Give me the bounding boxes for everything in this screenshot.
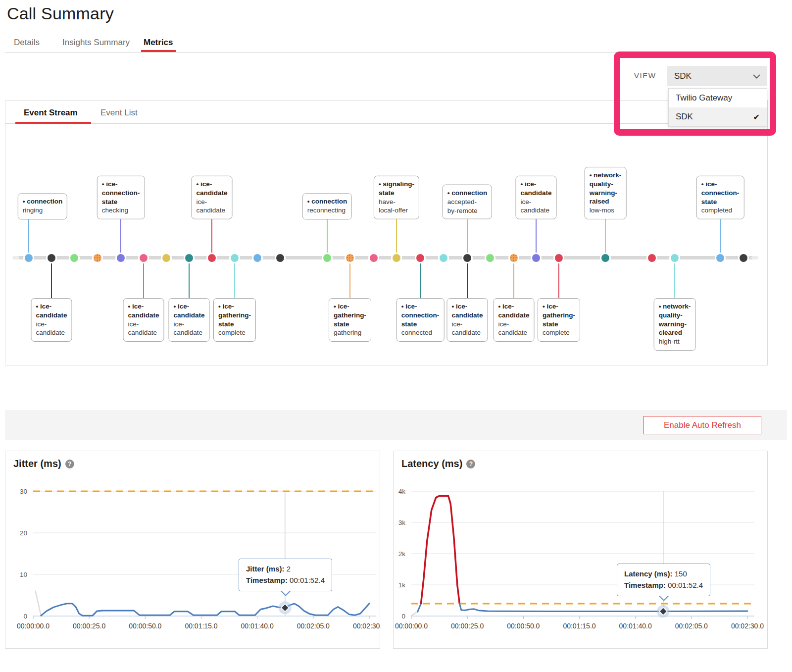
timeline-dot[interactable]	[161, 253, 172, 263]
timeline-dot[interactable]	[322, 253, 333, 263]
event-label: • network-quality-warning-clearedhigh-rt…	[654, 298, 696, 351]
timeline-dot[interactable]	[438, 253, 449, 263]
jitter-tooltip: Jitter (ms): 2 Timestamp: 00:01:52.4	[239, 559, 332, 591]
connector-line	[536, 219, 537, 255]
event-stream-panel: Event Stream Event List • connectionring…	[5, 100, 768, 365]
event-label: • ice-connection-stateconnected	[396, 298, 445, 342]
connector-line	[51, 263, 52, 298]
tab-event-stream[interactable]: Event Stream	[24, 108, 78, 118]
connector-line	[120, 219, 121, 255]
timeline-dot[interactable]	[715, 253, 726, 263]
timeline-dot[interactable]	[92, 253, 103, 263]
timeline-dot[interactable]	[485, 253, 495, 263]
connector-line	[605, 219, 606, 255]
call-summary-page: Call Summary Details Insights Summary Me…	[0, 0, 792, 672]
timeline-dot[interactable]	[553, 253, 564, 263]
tab-metrics[interactable]: Metrics	[144, 38, 173, 48]
jitter-chart-title: Jitter (ms) ?	[13, 458, 74, 469]
event-label: • ice-candidateice-candidate	[168, 298, 209, 342]
svg-text:0: 0	[401, 613, 405, 620]
timeline-dot[interactable]	[46, 253, 57, 263]
connector-line	[420, 263, 421, 298]
connector-line	[28, 219, 29, 255]
timeline-dot[interactable]	[69, 253, 80, 263]
svg-text:20: 20	[20, 529, 27, 537]
timeline-dot[interactable]	[531, 253, 542, 263]
svg-text:00:01:40.0: 00:01:40.0	[619, 622, 652, 630]
timeline-dot[interactable]	[508, 253, 519, 263]
tab-insights-summary[interactable]: Insights Summary	[62, 38, 130, 48]
chevron-down-icon	[753, 72, 760, 81]
svg-text:00:01:40.0: 00:01:40.0	[241, 622, 274, 630]
view-label: VIEW	[634, 71, 656, 80]
event-label: • ice-gathering-statecomplete	[213, 298, 256, 342]
event-label: • ice-candidateice-candidate	[446, 298, 488, 342]
view-dropdown-menu: Twilio Gateway SDK ✔	[668, 88, 767, 127]
svg-text:00:00:50.0: 00:00:50.0	[507, 622, 540, 630]
timeline-dot[interactable]	[391, 253, 402, 263]
connector-line	[558, 263, 559, 298]
timeline-dot[interactable]	[206, 253, 217, 263]
checkmark-icon: ✔	[753, 112, 760, 122]
connector-line	[143, 263, 144, 298]
connector-line	[327, 219, 328, 255]
svg-text:00:02:30.0: 00:02:30.0	[353, 622, 381, 630]
event-label: • connectionringing	[18, 193, 67, 219]
timeline-dot[interactable]	[275, 253, 286, 263]
timeline-dot[interactable]	[345, 253, 355, 263]
view-dropdown[interactable]: SDK	[667, 66, 767, 86]
svg-text:10: 10	[20, 571, 27, 578]
enable-auto-refresh-button[interactable]: Enable Auto Refresh	[644, 416, 761, 434]
tab-event-list[interactable]: Event List	[100, 108, 138, 118]
event-label: • ice-candidateice-candidate	[123, 298, 164, 342]
latency-tooltip: Latency (ms): 150 Timestamp: 00:01:52.4	[617, 564, 710, 596]
help-icon[interactable]: ?	[65, 460, 74, 468]
timeline-dot[interactable]	[23, 253, 34, 263]
svg-text:00:00:00.0: 00:00:00.0	[395, 622, 428, 630]
timeline-bar	[15, 256, 755, 259]
view-option-sdk[interactable]: SDK ✔	[669, 107, 767, 126]
event-panel-tab-bar: Event Stream Event List	[5, 101, 767, 124]
timeline-dot[interactable]	[669, 253, 680, 263]
timeline-dot[interactable]	[368, 253, 379, 263]
connector-line	[674, 263, 675, 298]
page-title: Call Summary	[7, 4, 114, 23]
timeline-dot[interactable]	[138, 253, 149, 263]
svg-text:00:00:00.0: 00:00:00.0	[17, 622, 50, 630]
timeline-dot[interactable]	[646, 253, 657, 263]
latency-chart-card: 01k2k3k4k00:00:00.000:00:25.000:00:50.00…	[393, 451, 768, 649]
svg-text:3k: 3k	[398, 519, 406, 526]
event-label: • network-quality-warning-raisedlow-mos	[585, 167, 627, 219]
timeline-dot[interactable]	[600, 253, 611, 263]
connector-line	[234, 263, 235, 298]
timeline-dot[interactable]	[738, 253, 749, 263]
connector-line	[396, 219, 397, 255]
jitter-chart-card: 010203000:00:00.000:00:25.000:00:50.000:…	[5, 451, 380, 649]
timeline-dot[interactable]	[229, 253, 240, 263]
event-label: • signaling-statehave-local-offer	[374, 176, 419, 219]
connector-line	[211, 219, 212, 255]
view-option-twilio-gateway[interactable]: Twilio Gateway	[669, 89, 767, 107]
svg-text:00:01:15.0: 00:01:15.0	[563, 622, 595, 630]
connector-line	[189, 263, 190, 298]
svg-text:30: 30	[20, 488, 27, 495]
timeline-dot[interactable]	[415, 253, 426, 263]
timeline-dot[interactable]	[184, 253, 195, 263]
event-label: • connectionreconnecting	[302, 193, 352, 219]
latency-chart-title: Latency (ms) ?	[401, 458, 475, 469]
event-label: • ice-gathering-stategathering	[329, 298, 371, 342]
svg-text:00:00:25.0: 00:00:25.0	[451, 622, 484, 630]
event-label: • connectionaccepted-by-remote	[443, 185, 492, 219]
svg-text:00:02:05.0: 00:02:05.0	[297, 622, 330, 630]
connector-line	[513, 263, 514, 298]
timeline-dot[interactable]	[115, 253, 126, 263]
timeline-dot[interactable]	[252, 253, 263, 263]
tab-details[interactable]: Details	[14, 38, 40, 48]
help-icon[interactable]: ?	[466, 460, 475, 468]
connector-line	[467, 263, 468, 298]
svg-text:00:02:30.0: 00:02:30.0	[731, 622, 764, 630]
auto-refresh-bar: Enable Auto Refresh	[5, 410, 787, 440]
event-label: • ice-connection-statecompleted	[696, 176, 744, 219]
timeline-dot[interactable]	[462, 253, 473, 263]
svg-text:1k: 1k	[398, 581, 406, 589]
